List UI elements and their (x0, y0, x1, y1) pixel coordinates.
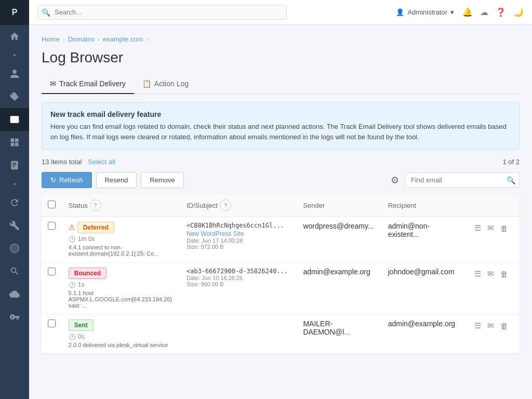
sidebar: P (0, 0, 29, 399)
find-email-input[interactable] (405, 172, 520, 188)
status-help-icon: ? (90, 200, 101, 211)
sidebar-item-discount[interactable] (0, 85, 29, 108)
topbar-icons: 🔔 ☁ ❓ 🌙 (462, 7, 524, 17)
row2-checkbox-cell (42, 262, 62, 314)
pagination-label: 1 of 2 (502, 158, 520, 166)
breadcrumb-domains[interactable]: Domains (68, 35, 95, 43)
row3-mail-btn[interactable]: ✉ (486, 320, 496, 332)
toolbar-row-1: 13 items total Select all 1 of 2 (42, 158, 520, 166)
breadcrumb-domain[interactable]: example.com (103, 35, 143, 43)
row1-subject-link[interactable]: New WordPress Site (187, 230, 244, 237)
sidebar-item-home[interactable] (0, 25, 29, 48)
tab-action-label: Action Log (154, 79, 189, 88)
row1-mail-btn[interactable]: ✉ (486, 222, 496, 234)
row1-checkbox-cell (42, 217, 62, 262)
row3-status-detail: 🕐0s 2.0.0 delivered via plesk_virtual se… (69, 333, 174, 348)
refresh-label: Refresh (59, 176, 83, 184)
email-search-wrap: 🔍 (405, 172, 520, 188)
moon-icon[interactable]: 🌙 (513, 7, 524, 17)
help-icon[interactable]: ❓ (496, 7, 506, 17)
sidebar-item-cloud[interactable] (0, 283, 29, 305)
tabs-bar: ✉ Track Email Delivery 📋 Action Log (42, 74, 520, 94)
row3-list-btn[interactable]: ☰ (473, 320, 483, 332)
sidebar-item-tools[interactable] (0, 214, 29, 237)
sidebar-item-refresh[interactable] (0, 191, 29, 214)
search-input[interactable] (37, 5, 287, 20)
row1-actions: ☰ ✉ 🗑 (467, 217, 520, 262)
row2-time: 1s (78, 281, 85, 288)
tab-action-log[interactable]: 📋 Action Log (134, 74, 197, 94)
cloud-icon[interactable]: ☁ (480, 7, 488, 17)
row2-size: Size: 960.00 B (187, 281, 290, 287)
table-row: ⚠ Deferred 🕐1m 0s 4.4.1 connect to non-e… (42, 217, 520, 262)
bell-icon[interactable]: 🔔 (462, 7, 473, 17)
sidebar-item-user[interactable] (0, 62, 29, 85)
table-wrapper: Status ? ID/Subject ? Sender Recipient (42, 194, 520, 353)
content-area: Home › Domains › example.com › Log Brows… (29, 25, 532, 399)
page-title: Log Browser (42, 49, 520, 66)
th-recipient: Recipient (382, 194, 467, 217)
resend-button[interactable]: Resend (96, 172, 137, 188)
row3-id-cell (180, 314, 297, 354)
username-label: Administrator (407, 8, 447, 16)
tab-action-icon: 📋 (142, 79, 151, 88)
sidebar-item-key[interactable] (0, 305, 29, 328)
breadcrumb-sep-1: › (63, 36, 65, 43)
row3-recipient: admin@example.org (382, 314, 467, 354)
breadcrumb-sep-3: › (146, 36, 148, 43)
row2-mail-btn[interactable]: ✉ (486, 268, 496, 280)
row2-actions: ☰ ✉ 🗑 (467, 262, 520, 314)
breadcrumb-home[interactable]: Home (42, 35, 60, 43)
remove-button[interactable]: Remove (141, 172, 183, 188)
items-total: 13 items total (42, 158, 82, 166)
tab-track-email[interactable]: ✉ Track Email Delivery (42, 74, 134, 94)
row3-checkbox[interactable] (48, 320, 56, 327)
row1-delete-btn[interactable]: 🗑 (499, 222, 510, 234)
row3-action-btns: ☰ ✉ 🗑 (473, 320, 513, 332)
toolbar-row-2: ↻ Refresh Resend Remove ⚙ 🔍 (42, 172, 520, 188)
th-status: Status ? (62, 194, 180, 217)
row2-email-id: <ab3-66672900-d-35826240... (187, 268, 290, 275)
row1-time: 1m 0s (78, 235, 95, 243)
sidebar-item-grid[interactable] (0, 131, 29, 154)
search-box[interactable]: 🔍 (37, 5, 287, 20)
user-menu[interactable]: 👤 Administrator ▾ (396, 8, 454, 16)
sidebar-collapse2-btn[interactable] (0, 177, 29, 191)
row1-list-btn[interactable]: ☰ (473, 222, 483, 234)
filter-icon-btn[interactable]: ⚙ (389, 172, 401, 188)
row1-status-cell: ⚠ Deferred 🕐1m 0s 4.4.1 connect to non-e… (62, 217, 180, 262)
sidebar-collapse-btn[interactable] (0, 48, 29, 62)
row3-time-icon: 🕐 (69, 334, 76, 340)
row1-sender: wordpress@dreamy... (297, 217, 381, 262)
action-buttons: ↻ Refresh Resend Remove (42, 172, 184, 188)
info-box-text: Here you can find email logs related to … (50, 122, 511, 142)
table-row: Sent 🕐0s 2.0.0 delivered via plesk_virtu… (42, 314, 520, 354)
info-box: New track email delivery feature Here yo… (42, 102, 520, 150)
row2-checkbox[interactable] (48, 268, 56, 275)
table-row: Bounced 🕐1s 5.1.1 host ASPMX.L.GOOGLE.co… (42, 262, 520, 314)
th-actions (467, 194, 520, 217)
sidebar-item-email[interactable] (0, 108, 29, 131)
sidebar-item-wordpress[interactable] (0, 237, 29, 260)
row2-status-badge: Bounced (69, 268, 107, 279)
table-header: Status ? ID/Subject ? Sender Recipient (42, 194, 520, 217)
row2-id-cell: <ab3-66672900-d-35826240... Date: Jun 10… (180, 262, 297, 314)
row1-date: Date: Jun 17 14:00:28 (187, 237, 290, 244)
row2-date: Date: Jun 10 16:26:26 (187, 275, 290, 281)
select-all-checkbox[interactable] (48, 201, 56, 208)
row2-status-detail: 🕐1s 5.1.1 host ASPMX.L.GOOGLE.com[64.233… (69, 281, 174, 309)
row2-delete-btn[interactable]: 🗑 (499, 268, 510, 280)
select-all-link[interactable]: Select all (88, 158, 115, 166)
row1-warn-icon: ⚠ (69, 223, 75, 231)
row2-list-btn[interactable]: ☰ (473, 268, 483, 280)
sidebar-item-search[interactable] (0, 260, 29, 283)
row2-status-cell: Bounced 🕐1s 5.1.1 host ASPMX.L.GOOGLE.co… (62, 262, 180, 314)
row1-action-btns: ☰ ✉ 🗑 (473, 222, 513, 234)
refresh-button[interactable]: ↻ Refresh (42, 172, 92, 188)
row3-delete-btn[interactable]: 🗑 (499, 320, 510, 332)
row3-time: 0s (78, 333, 85, 340)
row1-error: 4.4.1 connect to non-existent.domain[192… (69, 244, 174, 257)
row1-checkbox[interactable] (48, 222, 56, 230)
sidebar-item-book[interactable] (0, 154, 29, 177)
row3-status-badge: Sent (69, 320, 94, 331)
